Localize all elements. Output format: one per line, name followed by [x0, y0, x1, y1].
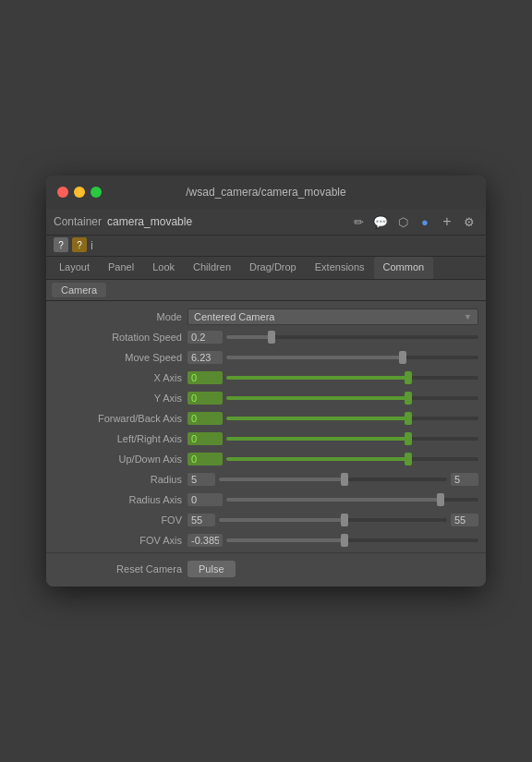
x-axis-input[interactable]: [187, 371, 223, 384]
clipboard-icon[interactable]: ⬡: [393, 212, 412, 231]
reset-camera-value: Pulse: [187, 561, 478, 577]
x-axis-track[interactable]: [226, 376, 478, 380]
tab-dragdrop[interactable]: Drag/Drop: [240, 257, 306, 279]
fov-fill: [219, 518, 345, 522]
y-axis-track[interactable]: [226, 396, 478, 400]
move-speed-thumb[interactable]: [399, 351, 406, 364]
rotation-speed-thumb[interactable]: [268, 331, 275, 344]
traffic-lights: [57, 187, 102, 198]
rotation-speed-value: [187, 331, 478, 344]
tab-look[interactable]: Look: [143, 257, 184, 279]
close-button[interactable]: [57, 187, 68, 198]
mode-row: Mode Centered Camera ▼: [46, 307, 486, 327]
move-speed-slider-container: [187, 351, 478, 364]
radius-axis-value: [187, 493, 478, 506]
fov-axis-label: FOV Axis: [54, 535, 187, 546]
container-name: camera_movable: [107, 215, 192, 228]
help-button[interactable]: ?: [54, 237, 68, 252]
fov-axis-input[interactable]: [187, 534, 223, 547]
y-axis-slider-container: [187, 392, 478, 405]
forward-back-label: Forward/Back Axis: [54, 413, 187, 424]
circle-icon[interactable]: ●: [416, 212, 434, 231]
up-down-row: Up/Down Axis: [46, 449, 486, 469]
rotation-speed-input[interactable]: [187, 331, 223, 344]
toolbar-row1: Container camera_movable ✏ 💬 ⬡ ● + ⚙: [46, 209, 486, 236]
move-speed-fill: [226, 356, 403, 359]
y-axis-input[interactable]: [187, 392, 223, 405]
forward-back-track[interactable]: [226, 417, 478, 420]
help-badge2-button[interactable]: ?: [72, 237, 87, 252]
radius-input2[interactable]: [451, 473, 478, 486]
rotation-speed-fill: [226, 335, 272, 339]
radius-axis-thumb[interactable]: [437, 493, 444, 506]
up-down-label: Up/Down Axis: [54, 454, 187, 465]
forward-back-row: Forward/Back Axis: [46, 408, 486, 429]
y-axis-value: [187, 392, 478, 405]
edit-icon[interactable]: ✏: [349, 212, 368, 231]
radius-track[interactable]: [219, 478, 447, 481]
y-axis-thumb[interactable]: [405, 392, 412, 405]
fov-axis-slider-container: [187, 534, 478, 547]
move-speed-input[interactable]: [187, 351, 223, 364]
fov-axis-thumb[interactable]: [341, 534, 348, 547]
radius-thumb[interactable]: [341, 473, 348, 486]
fov-track[interactable]: [219, 518, 447, 522]
tab-layout[interactable]: Layout: [50, 257, 99, 279]
rotation-speed-row: Rotation Speed: [46, 327, 486, 347]
tab-panel[interactable]: Panel: [99, 257, 143, 279]
fov-input2[interactable]: [451, 514, 478, 526]
settings-icon[interactable]: ⚙: [460, 212, 478, 231]
fov-axis-fill: [226, 538, 345, 542]
left-right-input[interactable]: [187, 432, 223, 445]
fov-axis-row: FOV Axis: [46, 530, 486, 550]
subtabs-bar: Camera: [46, 280, 486, 301]
y-axis-fill: [226, 396, 408, 400]
fov-thumb[interactable]: [341, 514, 348, 526]
reset-camera-label: Reset Camera: [54, 563, 187, 575]
tab-children[interactable]: Children: [184, 257, 240, 279]
mode-dropdown[interactable]: Centered Camera ▼: [187, 308, 478, 325]
maximize-button[interactable]: [91, 187, 102, 198]
radius-input1[interactable]: [187, 473, 215, 486]
content-area: Mode Centered Camera ▼ Rotation Speed: [46, 301, 486, 587]
up-down-input[interactable]: [187, 453, 223, 466]
pulse-button[interactable]: Pulse: [187, 561, 236, 577]
chat-icon[interactable]: 💬: [371, 212, 390, 231]
left-right-row: Left/Right Axis: [46, 429, 486, 449]
left-right-track[interactable]: [226, 437, 478, 441]
minimize-button[interactable]: [74, 187, 85, 198]
window-title: /wsad_camera/camera_movable: [186, 186, 345, 199]
forward-back-input[interactable]: [187, 412, 223, 425]
mode-dropdown-value: Centered Camera: [194, 311, 274, 322]
left-right-thumb[interactable]: [405, 432, 412, 445]
info-icon[interactable]: i: [91, 238, 93, 252]
toolbar-icons: ✏ 💬 ⬡ ● + ⚙: [349, 212, 478, 231]
y-axis-label: Y Axis: [54, 393, 187, 404]
tab-common[interactable]: Common: [374, 257, 434, 279]
radius-axis-fill: [226, 498, 441, 502]
dropdown-arrow-icon: ▼: [464, 312, 472, 321]
add-icon[interactable]: +: [438, 212, 456, 231]
fov-axis-track[interactable]: [226, 538, 478, 542]
radius-axis-track[interactable]: [226, 498, 478, 502]
up-down-track[interactable]: [226, 457, 478, 461]
divider: [46, 552, 486, 553]
forward-back-value: [187, 412, 478, 425]
up-down-value: [187, 453, 478, 466]
tab-extensions[interactable]: Extensions: [306, 257, 374, 279]
main-window: /wsad_camera/camera_movable Container ca…: [46, 175, 486, 587]
x-axis-thumb[interactable]: [405, 371, 412, 384]
up-down-thumb[interactable]: [405, 453, 412, 466]
x-axis-value: [187, 371, 478, 384]
subtab-camera[interactable]: Camera: [52, 283, 106, 297]
rotation-speed-track[interactable]: [226, 335, 478, 339]
radius-axis-slider-container: [187, 493, 478, 506]
forward-back-thumb[interactable]: [405, 412, 412, 425]
radius-axis-label: Radius Axis: [54, 494, 187, 505]
reset-camera-row: Reset Camera Pulse: [46, 555, 486, 581]
radius-axis-input[interactable]: [187, 493, 223, 506]
move-speed-track[interactable]: [226, 356, 478, 359]
tabs-bar: Layout Panel Look Children Drag/Drop Ext…: [46, 257, 486, 280]
x-axis-fill: [226, 376, 408, 380]
fov-input1[interactable]: [187, 514, 215, 526]
